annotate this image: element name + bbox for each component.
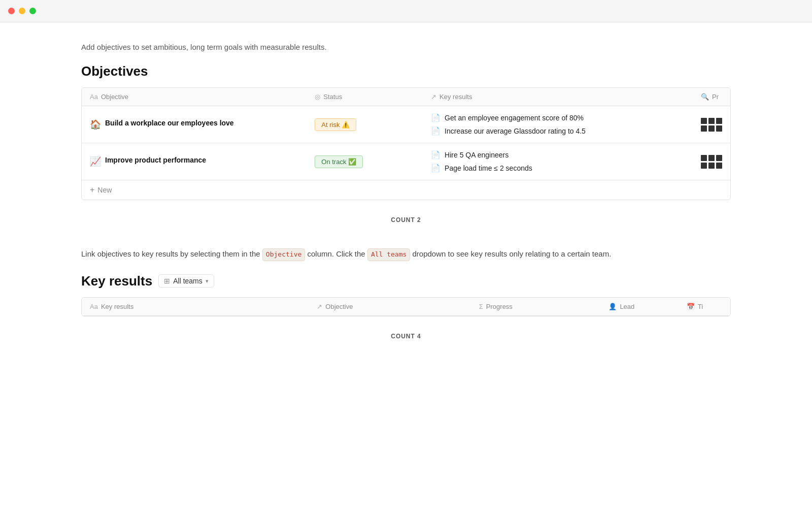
objectives-title: Objectives <box>81 64 731 79</box>
main-content: Add objectives to set ambitious, long te… <box>0 22 812 368</box>
objectives-table-header-row: Aa Objective ◎ Status ↗ Key result <box>82 88 730 106</box>
col-header-progress: 🔍 Pr <box>693 88 730 106</box>
progress-blocks-cell-1 <box>693 106 730 143</box>
sigma-icon: Σ <box>479 303 483 310</box>
objective-emoji-1: 🏠 <box>90 119 101 130</box>
key-results-header: Key results ⊞ All teams ▾ <box>81 273 731 289</box>
objective-cell-1: 🏠 Build a workplace our employees love <box>82 106 307 143</box>
plus-icon: + <box>90 185 94 195</box>
table-row[interactable]: 📈 Improve product performance On track ✅… <box>82 143 730 180</box>
col-header-status: ◎ Status <box>307 88 423 106</box>
col-header-ti-kr: 📅 Ti <box>679 298 730 316</box>
progress-blocks <box>701 155 722 169</box>
objective-text-2: Improve product performance <box>105 156 206 164</box>
col-header-progress-kr: Σ Progress <box>471 298 601 316</box>
maximize-button[interactable] <box>29 8 36 14</box>
objective-cell-2: 📈 Improve product performance <box>82 143 307 180</box>
key-result-item[interactable]: 📄 Increase our average Glassdoor rating … <box>431 126 685 136</box>
page-subtitle: Add objectives to set ambitious, long te… <box>81 43 731 51</box>
key-results-table-container: Aa Key results ↗ Objective Σ Progr <box>81 297 731 316</box>
search-icon: 🔍 <box>701 93 709 101</box>
count-value: 2 <box>417 216 421 224</box>
all-teams-button[interactable]: ⊞ All teams ▾ <box>158 274 214 288</box>
progress-blocks <box>701 118 722 132</box>
code-tag-objective: Objective <box>262 248 305 261</box>
objectives-count-row: COUNT 2 <box>81 208 731 232</box>
kr-count-value: 4 <box>417 333 421 340</box>
arrow-ne-icon: ↗ <box>317 303 322 310</box>
arrow-ne-icon: ↗ <box>431 93 436 101</box>
status-cell-2: On track ✅ <box>307 143 423 180</box>
status-badge-at-risk[interactable]: At risk ⚠️ <box>315 118 356 131</box>
code-tag-all-teams: All teams <box>367 248 410 261</box>
text-icon: Aa <box>90 303 98 310</box>
col-header-objective-kr: ↗ Objective <box>309 298 471 316</box>
objectives-table-container: Aa Objective ◎ Status ↗ Key result <box>81 87 731 200</box>
col-header-objective: Aa Objective <box>82 88 307 106</box>
count-label: COUNT <box>391 216 415 224</box>
minimize-button[interactable] <box>19 8 25 14</box>
calendar-icon: 📅 <box>687 303 695 310</box>
doc-icon: 📄 <box>431 150 441 160</box>
key-result-item[interactable]: 📄 Page load time ≤ 2 seconds <box>431 164 685 173</box>
status-badge-on-track[interactable]: On track ✅ <box>315 155 363 168</box>
key-results-title: Key results <box>81 273 152 289</box>
objectives-table: Aa Objective ◎ Status ↗ Key result <box>82 88 730 180</box>
add-new-button[interactable]: + New <box>82 180 730 200</box>
progress-blocks-cell-2 <box>693 143 730 180</box>
table-row[interactable]: 🏠 Build a workplace our employees love A… <box>82 106 730 143</box>
key-result-item[interactable]: 📄 Hire 5 QA engineers <box>431 150 685 160</box>
key-results-table: Aa Key results ↗ Objective Σ Progr <box>82 298 730 316</box>
circle-icon: ◎ <box>315 93 320 101</box>
doc-icon: 📄 <box>431 164 441 173</box>
doc-icon: 📄 <box>431 126 441 136</box>
text-icon: Aa <box>90 93 98 101</box>
person-icon: 👤 <box>608 303 617 310</box>
doc-icon: 📄 <box>431 113 441 122</box>
close-button[interactable] <box>8 8 15 14</box>
all-teams-label: All teams <box>173 277 202 285</box>
kr-count-label: COUNT <box>391 333 415 340</box>
status-cell-1: At risk ⚠️ <box>307 106 423 143</box>
key-results-cell-1: 📄 Get an employee engagement score of 80… <box>423 106 693 143</box>
col-header-key-results: ↗ Key results <box>423 88 693 106</box>
grid-icon: ⊞ <box>164 277 170 285</box>
instruction-paragraph: Link objectives to key results by select… <box>81 248 731 261</box>
key-result-item[interactable]: 📄 Get an employee engagement score of 80… <box>431 113 685 122</box>
chevron-down-icon: ▾ <box>206 278 209 284</box>
title-bar <box>0 0 812 22</box>
key-results-count-row: COUNT 4 <box>81 325 731 348</box>
objective-emoji-2: 📈 <box>90 156 101 167</box>
col-header-lead-kr: 👤 Lead <box>600 298 678 316</box>
col-header-key-results-kr: Aa Key results <box>82 298 309 316</box>
key-results-cell-2: 📄 Hire 5 QA engineers 📄 Page load time ≤… <box>423 143 693 180</box>
objective-text-1: Build a workplace our employees love <box>105 119 234 127</box>
key-results-table-header-row: Aa Key results ↗ Objective Σ Progr <box>82 298 730 316</box>
